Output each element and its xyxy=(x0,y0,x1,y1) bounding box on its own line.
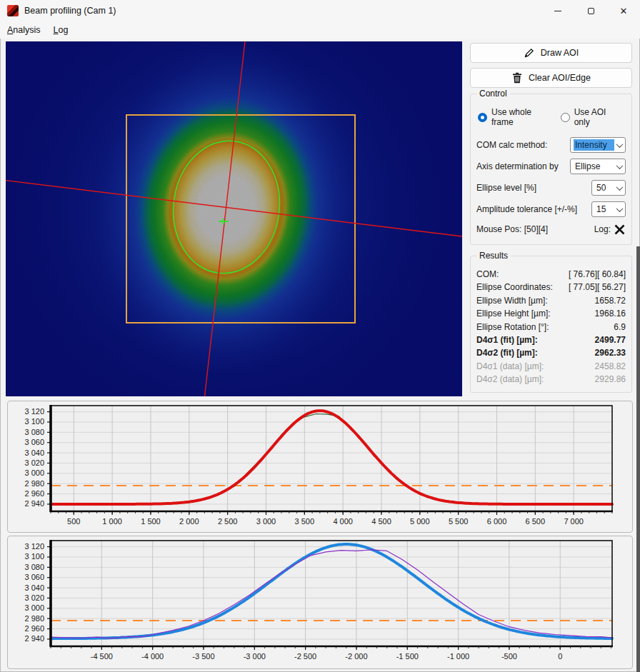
close-button[interactable]: ✕ xyxy=(607,0,640,21)
y-profile-chart: -4 500-4 000-3 500-3 000-2 500-2 000-1 5… xyxy=(7,536,633,669)
right-panel: Draw AOI Clear AOI/Edge Control Use whol… xyxy=(470,43,632,393)
control-group: Control Use whole frame Use AOI only COM… xyxy=(470,94,632,245)
trash-icon xyxy=(511,72,523,84)
svg-text:6 000: 6 000 xyxy=(487,517,507,526)
x-profile-chart: 5001 0001 5002 0002 5003 0003 5004 0004 … xyxy=(7,401,633,533)
svg-text:3 040: 3 040 xyxy=(24,583,44,592)
menu-log[interactable]: Log xyxy=(48,24,74,36)
radio-aoi-only-label: Use AOI only xyxy=(574,107,620,127)
maximize-button[interactable] xyxy=(574,0,607,21)
menu-analysis[interactable]: Analysis xyxy=(1,24,46,36)
combo-amplitude-tolerance[interactable]: 15 xyxy=(591,201,626,217)
control-row: Ellipse level [%]50 xyxy=(476,177,626,199)
minimize-icon xyxy=(554,11,561,11)
svg-text:2 500: 2 500 xyxy=(218,517,238,526)
svg-text:6 500: 6 500 xyxy=(526,517,546,526)
app-window: Beam profiling (Cam 1) ✕ Analysis Log xyxy=(0,0,640,672)
screen-edge-strip xyxy=(636,246,640,672)
result-label: D4σ1 (data) [µm]: xyxy=(476,360,544,373)
minimize-button[interactable] xyxy=(541,0,574,21)
svg-text:3 000: 3 000 xyxy=(24,603,44,612)
result-row: D4σ1 (data) [µm]:2458.82 xyxy=(476,360,626,373)
svg-text:-3 000: -3 000 xyxy=(244,652,266,661)
radio-use-whole-frame[interactable] xyxy=(478,113,487,122)
close-icon: ✕ xyxy=(620,6,628,16)
result-value: 2962.33 xyxy=(595,346,626,359)
svg-text:0: 0 xyxy=(558,652,562,661)
control-row-label: COM calc method: xyxy=(476,140,547,150)
svg-text:2 940: 2 940 xyxy=(24,634,44,643)
result-value: [ 77.05][ 56.27] xyxy=(569,281,626,294)
control-row: COM calc method:Intensity xyxy=(476,134,626,156)
results-group: Results COM:[ 76.76][ 60.84]Ellipse Coor… xyxy=(470,256,632,393)
svg-text:3 120: 3 120 xyxy=(24,542,44,551)
control-row-label: Axis determination by xyxy=(476,161,559,171)
app-icon xyxy=(7,5,19,16)
window-title: Beam profiling (Cam 1) xyxy=(24,6,116,16)
result-row: COM:[ 76.76][ 60.84] xyxy=(476,268,626,281)
combo-value: 50 xyxy=(595,182,614,194)
svg-text:-3 500: -3 500 xyxy=(192,652,214,661)
result-label: D4σ2 (data) [µm]: xyxy=(476,373,544,386)
result-row: Ellipse Coordinates:[ 77.05][ 56.27] xyxy=(476,281,626,294)
svg-text:1 000: 1 000 xyxy=(102,517,122,526)
result-row: D4σ1 (fit) [µm]:2499.77 xyxy=(476,334,626,346)
result-label: Ellipse Coordinates: xyxy=(476,281,553,294)
svg-text:3 000: 3 000 xyxy=(24,468,44,477)
control-row-label: Ellipse level [%] xyxy=(476,183,536,193)
maximize-icon xyxy=(588,8,594,14)
result-value: 2499.77 xyxy=(595,334,626,346)
svg-text:5 500: 5 500 xyxy=(449,517,469,526)
log-toggle-x-icon[interactable] xyxy=(614,224,626,236)
control-row: Amplitude tolerance [+/-%]15 xyxy=(476,199,626,220)
results-group-label: Results xyxy=(476,251,511,261)
svg-text:5 000: 5 000 xyxy=(410,517,430,526)
svg-text:-4 500: -4 500 xyxy=(91,652,113,661)
svg-text:3 080: 3 080 xyxy=(24,563,44,571)
draw-aoi-button[interactable]: Draw AOI xyxy=(470,43,632,63)
chevron-down-icon xyxy=(616,141,624,148)
result-label: Ellipse Height [µm]: xyxy=(476,307,551,320)
menu-bar: Analysis Log xyxy=(0,21,640,39)
title-bar: Beam profiling (Cam 1) ✕ xyxy=(0,0,640,21)
radio-whole-frame-label: Use whole frame xyxy=(491,107,551,127)
clear-aoi-button[interactable]: Clear AOI/Edge xyxy=(470,68,632,88)
result-value: 1968.16 xyxy=(595,307,626,320)
result-value: 6.9 xyxy=(614,321,626,334)
result-value: 1658.72 xyxy=(595,294,626,307)
svg-text:3 120: 3 120 xyxy=(24,407,44,416)
control-row: Axis determination byEllipse xyxy=(476,156,626,177)
result-label: Ellipse Rotation [°]: xyxy=(476,321,549,334)
draw-aoi-label: Draw AOI xyxy=(541,48,579,58)
combo-ellipse-level[interactable]: 50 xyxy=(591,180,626,196)
result-value: 2458.82 xyxy=(595,360,626,373)
svg-text:-2 500: -2 500 xyxy=(294,652,316,661)
svg-text:-1 000: -1 000 xyxy=(447,652,469,661)
control-group-label: Control xyxy=(476,89,510,99)
svg-text:2 980: 2 980 xyxy=(24,479,44,488)
radio-use-aoi-only[interactable] xyxy=(561,113,570,122)
beam-image[interactable] xyxy=(6,41,462,396)
result-label: D4σ2 (fit) [µm]: xyxy=(476,346,538,359)
result-label: D4σ1 (fit) [µm]: xyxy=(476,334,538,346)
combo-value: Ellipse xyxy=(574,161,614,172)
chevron-down-icon xyxy=(616,205,624,212)
mouse-pos-readout: Mouse Pos: [50][4] xyxy=(476,224,548,234)
control-row-label: Amplitude tolerance [+/-%] xyxy=(476,204,577,214)
svg-text:2 980: 2 980 xyxy=(24,614,44,623)
svg-text:4 000: 4 000 xyxy=(333,517,353,526)
result-row: Ellipse Rotation [°]:6.9 xyxy=(476,321,626,334)
svg-text:3 020: 3 020 xyxy=(24,593,44,602)
svg-text:3 060: 3 060 xyxy=(24,573,44,581)
svg-text:3 000: 3 000 xyxy=(256,517,276,526)
chevron-down-icon xyxy=(616,162,624,169)
log-label: Log: xyxy=(594,224,611,234)
result-value: [ 76.76][ 60.84] xyxy=(569,268,626,281)
combo-axis-determination[interactable]: Ellipse xyxy=(570,159,626,174)
svg-text:4 500: 4 500 xyxy=(371,517,391,526)
svg-text:2 000: 2 000 xyxy=(179,517,199,526)
svg-text:3 040: 3 040 xyxy=(24,448,44,457)
combo-com-calc-method[interactable]: Intensity xyxy=(570,137,626,153)
pencil-icon xyxy=(524,47,535,59)
result-row: D4σ2 (data) [µm]:2929.86 xyxy=(476,373,626,386)
